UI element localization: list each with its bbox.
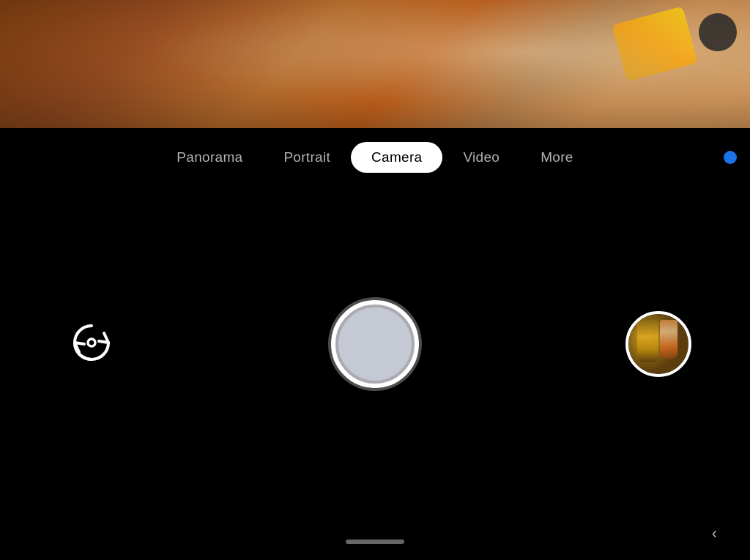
mode-video[interactable]: Video xyxy=(442,142,520,173)
lens-button[interactable] xyxy=(699,13,737,51)
mode-camera[interactable]: Camera xyxy=(351,142,442,173)
viewfinder xyxy=(0,0,750,128)
shutter-inner xyxy=(338,307,412,381)
mode-bar: Panorama Portrait Camera Video More xyxy=(0,128,750,187)
svg-point-2 xyxy=(88,339,95,346)
flip-camera-icon xyxy=(66,317,117,371)
shutter-button[interactable] xyxy=(331,300,419,388)
back-chevron-icon: ‹ xyxy=(712,524,717,542)
gallery-thumbnail[interactable] xyxy=(625,311,691,377)
notification-dot xyxy=(724,151,737,164)
mode-portrait[interactable]: Portrait xyxy=(263,142,351,173)
mode-more[interactable]: More xyxy=(520,142,594,173)
back-button[interactable]: ‹ xyxy=(708,520,721,547)
last-photo-thumbnail xyxy=(628,314,688,374)
home-indicator[interactable] xyxy=(346,540,404,544)
controls-area xyxy=(0,187,750,501)
bottom-bar: ‹ xyxy=(0,501,750,545)
flip-camera-button[interactable] xyxy=(59,311,125,377)
mode-panorama[interactable]: Panorama xyxy=(156,142,263,173)
